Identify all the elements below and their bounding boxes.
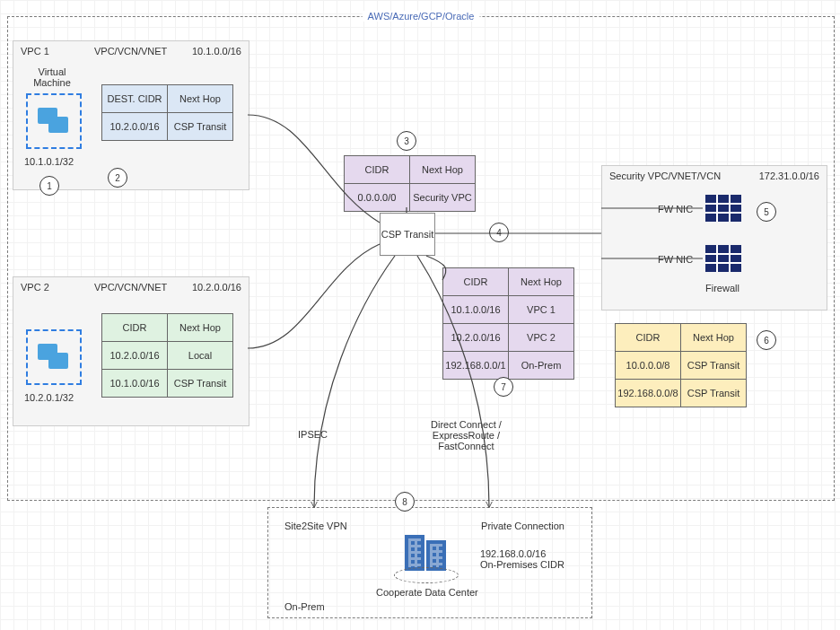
vpc2-net-label: VPC/VCN/VNET (94, 282, 167, 293)
vpc1-vm-ip: 10.1.0.1/32 (24, 156, 74, 167)
secvpc-route-table: CIDRNext Hop 10.0.0.0/8CSP Transit 192.1… (615, 323, 747, 407)
secvpc-fw-caption: Firewall (705, 283, 739, 293)
vpc2-vm-icon (26, 329, 82, 385)
vpc2-route-table: CIDRNext Hop 10.2.0.0/16Local 10.1.0.0/1… (101, 313, 233, 398)
vpc2-vm-ip: 10.2.0.1/32 (24, 392, 74, 403)
firewall-icon-1 (705, 195, 741, 222)
marker-7: 7 (494, 377, 513, 397)
ground-ellipse-icon (394, 567, 459, 583)
vpc1-route-table: DEST. CIDRNext Hop 10.2.0.0/16CSP Transi… (101, 84, 233, 141)
label-s2s: Site2Site VPN (284, 521, 347, 531)
marker-2: 2 (108, 168, 127, 188)
label-direct: Direct Connect / ExpressRoute / FastConn… (431, 419, 502, 451)
secvpc-nic2-label: FW NIC (658, 254, 693, 265)
vpc1-panel: VPC 1 VPC/VCN/VNET 10.1.0.0/16 Virtual M… (13, 40, 249, 190)
vpc1-title: VPC 1 (21, 46, 49, 57)
marker-4: 4 (489, 223, 509, 242)
secvpc-nic1-label: FW NIC (658, 204, 693, 214)
onprem-box: Site2Site VPN Private Connection Coopera… (267, 507, 592, 618)
marker-1: 1 (39, 176, 59, 196)
onprem-cidr: 192.168.0.0/16 On-Premises CIDR (480, 548, 564, 570)
transit-default-table: CIDRNext Hop 0.0.0.0/0Security VPC (344, 155, 476, 212)
label-ipsec: IPSEC (298, 429, 328, 440)
firewall-icon-2 (705, 245, 741, 272)
marker-5: 5 (757, 202, 776, 222)
onprem-title: On-Prem (284, 601, 325, 612)
onprem-caption: Cooperate Data Center (376, 587, 478, 598)
secvpc-title: Security VPC/VNET/VCN (609, 171, 721, 181)
vpc1-cidr: 10.1.0.0/16 (192, 46, 241, 57)
secvpc-cidr: 172.31.0.0/16 (759, 171, 819, 181)
csp-transit-box: CSP Transit (380, 213, 435, 256)
vpc1-vm-icon (26, 93, 82, 149)
building-icon (405, 535, 446, 571)
vpc2-cidr: 10.2.0.0/16 (192, 282, 241, 293)
marker-3: 3 (397, 131, 416, 151)
vpc1-net-label: VPC/VCN/VNET (94, 46, 167, 57)
vpc1-vm-caption: Virtual Machine (26, 66, 78, 88)
cloud-boundary-label: AWS/Azure/GCP/Oracle (363, 11, 480, 22)
marker-8: 8 (395, 492, 415, 512)
label-priv: Private Connection (481, 521, 564, 531)
vpc2-panel: VPC 2 VPC/VCN/VNET 10.2.0.0/16 10.2.0.1/… (13, 276, 249, 426)
vpc2-title: VPC 2 (21, 282, 49, 293)
secvpc-panel: Security VPC/VNET/VCN 172.31.0.0/16 FW N… (601, 165, 827, 311)
transit-return-table: CIDRNext Hop 10.1.0.0/16VPC 1 10.2.0.0/1… (442, 267, 574, 380)
marker-6: 6 (757, 330, 776, 350)
